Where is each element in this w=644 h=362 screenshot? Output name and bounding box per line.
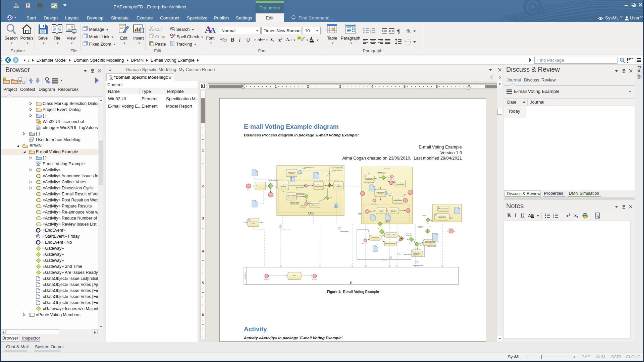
svg-text:Discussion Cycle: Discussion Cycle xyxy=(304,167,313,168)
svg-text:Reduce to Two Solutions: Reduce to Two Solutions xyxy=(438,208,449,209)
svg-text:solutions.: solutions. xyxy=(332,171,336,173)
svg-text:for Vote: for Vote xyxy=(252,223,255,224)
svg-text:Collect Votes: Collect Votes xyxy=(384,168,391,170)
svg-text:Review Issue List: Review Issue List xyxy=(256,185,265,187)
svg-text:4: 4 xyxy=(371,84,374,88)
svg-text:Discussion: Discussion xyxy=(289,173,294,174)
svg-text:A: A xyxy=(220,38,222,41)
svg-text:call Discussion: call Discussion xyxy=(311,204,318,206)
svg-text:5: 5 xyxy=(404,84,406,88)
svg-text:there is no discussion of: there is no discussion of xyxy=(332,168,343,170)
svg-text:No: No xyxy=(410,243,411,245)
svg-text:Yes: Yes xyxy=(275,187,277,188)
svg-text:Progress: Progress xyxy=(336,186,341,187)
svg-text:Issue Announcement: Issue Announcement xyxy=(281,229,290,231)
svg-text:¶: ¶ xyxy=(397,28,400,35)
svg-text:Vote: Vote xyxy=(362,243,364,244)
svg-text:Friday: Friday xyxy=(247,189,250,191)
svg-text:Conference Call: Conference Call xyxy=(287,196,295,198)
svg-text:Warning to Voting: Warning to Voting xyxy=(413,253,420,254)
svg-text:Discussion Week?: Discussion Week? xyxy=(297,194,305,195)
svg-text:EndEvent3: EndEvent3 xyxy=(312,279,317,280)
svg-text:Voting Members: Voting Members xyxy=(245,272,246,279)
svg-text:The Process will loop if: The Process will loop if xyxy=(332,167,343,168)
svg-text:Vote: Vote xyxy=(359,214,361,216)
svg-text:Prepare Results: Prepare Results xyxy=(372,237,379,238)
svg-text:1: 1 xyxy=(202,148,204,152)
svg-text:Majority?: Majority? xyxy=(418,227,422,228)
svg-text:Post Results at Web Site: Post Results at Web Site xyxy=(386,234,397,236)
svg-text:3: 3 xyxy=(202,216,204,220)
svg-text:Vote Results: Vote Results xyxy=(381,259,387,261)
svg-text:Thursday 9am?: Thursday 9am? xyxy=(300,206,307,208)
svg-text:Members and Recalculate: Members and Recalculate xyxy=(425,242,435,243)
svg-text:Delay 3-4 Days: Delay 3-4 Days xyxy=(371,203,378,205)
svg-text:Discussion: Discussion xyxy=(378,193,383,194)
svg-text:A: A xyxy=(528,213,531,218)
svg-text:Math Site: Math Site xyxy=(391,211,396,212)
svg-text:2: 2 xyxy=(202,184,204,188)
svg-text:Are Issues Ready?: Are Issues Ready? xyxy=(269,180,278,181)
svg-text:change Vote Pressure: change Vote Pressure xyxy=(427,246,436,247)
svg-text:1: 1 xyxy=(275,84,277,88)
svg-text:the issues or sufficient: the issues or sufficient xyxy=(332,170,342,171)
svg-text:StartEvent2: StartEvent2 xyxy=(264,279,269,280)
svg-text:No: No xyxy=(273,195,274,197)
svg-text:No: No xyxy=(378,228,379,229)
svg-text:Votes: Votes xyxy=(429,243,431,245)
svg-text:A: A xyxy=(310,37,313,42)
svg-text:Vote Announcement: Vote Announcement xyxy=(340,231,348,232)
svg-text:3: 3 xyxy=(370,32,372,34)
svg-text:Yes: Yes xyxy=(330,197,332,198)
svg-text:6: 6 xyxy=(436,84,438,88)
svg-text:6: 6 xyxy=(202,313,204,317)
svg-text:Vote: Vote xyxy=(380,211,383,212)
svg-text:5: 5 xyxy=(202,281,204,285)
svg-text:Full Vote: Full Vote xyxy=(422,215,426,216)
svg-text:A: A xyxy=(210,26,216,35)
svg-text:Act004: Act004 xyxy=(293,275,296,277)
svg-text:Voting Week?: Voting Week? xyxy=(378,173,385,175)
svg-text:Yes: Yes xyxy=(429,226,431,228)
svg-text:Deadline Warning: Deadline Warning xyxy=(314,186,323,187)
svg-text:Disabled Warning: Disabled Warning xyxy=(404,254,411,255)
svg-text:3: 3 xyxy=(553,217,554,219)
svg-text:No: No xyxy=(454,231,455,233)
svg-text:Announcement: Announcement xyxy=(297,188,303,190)
svg-text:5 days: 5 days xyxy=(303,168,306,169)
svg-text:every two weeks: every two weeks xyxy=(291,203,299,204)
svg-text:Call Discussion: Call Discussion xyxy=(396,184,404,185)
svg-text:Discussion: Discussion xyxy=(281,186,286,187)
svg-text:E-mail Results of Votes: E-mail Results of Votes xyxy=(385,243,395,244)
svg-text:L: L xyxy=(202,84,204,88)
svg-text:2: 2 xyxy=(307,84,309,88)
svg-text:take announcement with: take announcement with xyxy=(413,265,423,266)
svg-text:ab: ab xyxy=(298,37,301,40)
svg-text:Re-announce Vote with: Re-announce Vote with xyxy=(412,251,421,253)
svg-text:3: 3 xyxy=(339,84,341,88)
svg-text:Deadline Warning: Deadline Warning xyxy=(393,200,402,201)
svg-text:ABC: ABC xyxy=(170,34,175,37)
svg-text:4: 4 xyxy=(202,249,204,253)
svg-text:Conference call: Conference call xyxy=(365,179,373,180)
svg-text:# Days: # Days xyxy=(388,195,391,196)
svg-text:Change Choices: Change Choices xyxy=(438,217,446,218)
svg-text:Members Vote: Members Vote xyxy=(406,235,412,236)
